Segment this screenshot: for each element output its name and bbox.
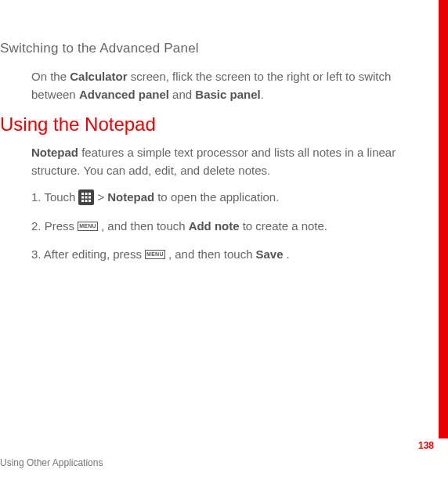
bold-calculator: Calculator: [70, 70, 127, 83]
bold-notepad-app: Notepad: [107, 189, 154, 207]
text: to open the application.: [157, 189, 279, 207]
bold-notepad: Notepad: [31, 146, 78, 159]
svg-rect-7: [85, 200, 88, 202]
svg-rect-3: [81, 197, 84, 199]
step-3: 3. After editing, press MENU, and then t…: [31, 246, 427, 264]
svg-rect-4: [85, 197, 88, 199]
page-content: Switching to the Advanced Panel On the C…: [0, 41, 427, 275]
svg-rect-8: [89, 200, 91, 202]
text: to create a note.: [243, 218, 327, 236]
heading-using-notepad: Using the Notepad: [0, 114, 427, 135]
menu-key-icon: MENU: [145, 250, 165, 259]
bold-add-note: Add note: [189, 218, 240, 236]
svg-rect-2: [89, 193, 91, 195]
text: and: [169, 88, 195, 101]
apps-grid-icon: [78, 189, 94, 205]
step-1: 1. Touch > Notepad to open the applicati…: [31, 189, 427, 207]
svg-rect-5: [89, 197, 91, 199]
bold-basic-panel: Basic panel: [195, 88, 260, 101]
svg-rect-0: [81, 193, 84, 195]
bold-advanced-panel: Advanced panel: [79, 88, 169, 101]
text: , and then touch: [168, 246, 253, 264]
text: features a simple text processor and lis…: [31, 146, 396, 177]
text: .: [287, 246, 290, 264]
text: , and then touch: [101, 218, 186, 236]
text: 2. Press: [31, 218, 74, 236]
text: 3. After editing, press: [31, 246, 142, 264]
page-number: 138: [418, 440, 434, 451]
text: .: [261, 88, 264, 101]
menu-key-icon: MENU: [78, 222, 98, 231]
paragraph-notepad-intro: Notepad features a simple text processor…: [31, 143, 427, 180]
footer-section-title: Using Other Applications: [0, 457, 103, 468]
text: On the: [31, 70, 70, 83]
text: 1. Touch: [31, 189, 75, 207]
svg-rect-6: [81, 200, 84, 202]
page-accent-stripe: [439, 0, 448, 438]
svg-rect-1: [85, 193, 88, 195]
paragraph-advanced-panel: On the Calculator screen, flick the scre…: [31, 67, 427, 104]
step-2: 2. Press MENU, and then touch Add note t…: [31, 218, 427, 236]
bold-save: Save: [256, 246, 284, 264]
text: >: [97, 189, 104, 207]
subheading-advanced-panel: Switching to the Advanced Panel: [0, 41, 427, 56]
